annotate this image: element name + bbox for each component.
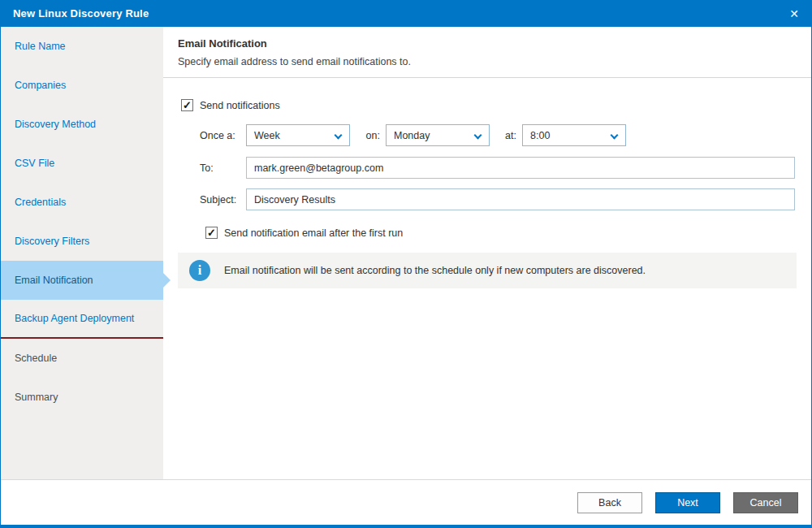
first-run-row: Send notification email after the first … bbox=[205, 227, 811, 239]
sidebar-item-rule-name[interactable]: Rule Name bbox=[1, 27, 163, 66]
info-icon: i bbox=[189, 260, 210, 281]
schedule-row: Once a: Week on: Monday at: 8:00 bbox=[200, 124, 811, 146]
chevron-down-icon bbox=[335, 132, 343, 140]
first-run-label: Send notification email after the first … bbox=[224, 227, 403, 239]
to-row: To: bbox=[200, 157, 795, 179]
to-input[interactable] bbox=[246, 157, 795, 179]
on-label: on: bbox=[364, 130, 386, 141]
content-header: Email Notification Specify email address… bbox=[163, 27, 811, 78]
period-select-value: Week bbox=[254, 130, 280, 141]
wizard-steps-sidebar: Rule Name Companies Discovery Method CSV… bbox=[1, 27, 163, 479]
info-banner: i Email notification will be sent accord… bbox=[178, 253, 797, 288]
subject-input[interactable] bbox=[246, 188, 795, 210]
sidebar-item-companies[interactable]: Companies bbox=[1, 66, 163, 105]
back-button[interactable]: Back bbox=[577, 492, 642, 513]
chevron-down-icon bbox=[474, 132, 482, 140]
sidebar-item-summary[interactable]: Summary bbox=[1, 378, 163, 417]
send-notifications-checkbox[interactable] bbox=[181, 99, 193, 111]
sidebar-item-csv-file[interactable]: CSV File bbox=[1, 144, 163, 183]
time-select[interactable]: 8:00 bbox=[522, 124, 626, 146]
sidebar-item-backup-agent-deployment[interactable]: Backup Agent Deployment bbox=[1, 300, 163, 339]
info-text: Email notification will be sent accordin… bbox=[224, 265, 646, 276]
subject-label: Subject: bbox=[200, 194, 246, 206]
close-icon[interactable]: ✕ bbox=[789, 8, 799, 19]
email-notification-form: Send notifications Once a: Week on: Mond… bbox=[163, 78, 811, 479]
sidebar-item-discovery-filters[interactable]: Discovery Filters bbox=[1, 222, 163, 261]
at-label: at: bbox=[502, 130, 522, 141]
content-pane: Email Notification Specify email address… bbox=[163, 27, 811, 479]
sidebar-item-email-notification[interactable]: Email Notification bbox=[1, 261, 163, 300]
page-subtitle: Specify email address to send email noti… bbox=[178, 56, 795, 67]
window-title: New Linux Discovery Rule bbox=[13, 7, 149, 19]
sidebar-item-discovery-method[interactable]: Discovery Method bbox=[1, 105, 163, 144]
new-linux-discovery-rule-dialog: New Linux Discovery Rule ✕ Rule Name Com… bbox=[0, 0, 812, 528]
subject-row: Subject: bbox=[200, 188, 795, 210]
to-label: To: bbox=[200, 162, 246, 174]
once-a-label: Once a: bbox=[200, 130, 246, 141]
footer-bar: Back Next Cancel bbox=[1, 479, 811, 525]
sidebar-item-schedule[interactable]: Schedule bbox=[1, 339, 163, 378]
day-select-value: Monday bbox=[394, 130, 430, 141]
page-title: Email Notification bbox=[178, 37, 795, 50]
next-button[interactable]: Next bbox=[655, 492, 720, 513]
titlebar: New Linux Discovery Rule ✕ bbox=[1, 0, 811, 27]
time-select-value: 8:00 bbox=[530, 130, 550, 141]
first-run-checkbox[interactable] bbox=[205, 227, 218, 239]
day-select[interactable]: Monday bbox=[386, 124, 490, 146]
send-notifications-row: Send notifications bbox=[181, 99, 811, 111]
period-select[interactable]: Week bbox=[246, 124, 350, 146]
send-notifications-label: Send notifications bbox=[200, 100, 280, 111]
main-area: Rule Name Companies Discovery Method CSV… bbox=[1, 27, 811, 479]
cancel-button[interactable]: Cancel bbox=[733, 492, 798, 513]
sidebar-item-credentials[interactable]: Credentials bbox=[1, 183, 163, 222]
chevron-down-icon bbox=[611, 132, 619, 140]
